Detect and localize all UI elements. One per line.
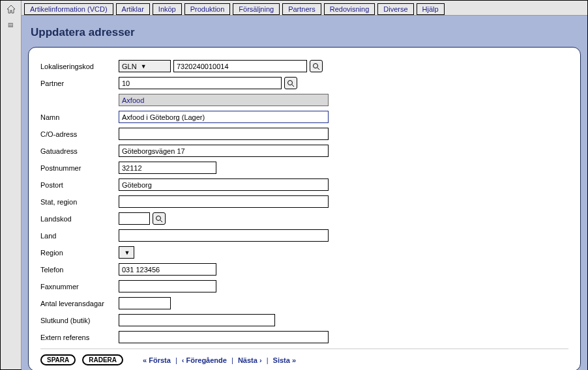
input-telefon[interactable] — [119, 263, 216, 276]
label-namn: Namn — [40, 113, 119, 121]
input-gatuadress[interactable] — [119, 145, 329, 157]
input-land[interactable] — [119, 229, 329, 242]
label-partner: Partner — [40, 79, 119, 87]
top-menu: Artikelinformation (VCD) Artiklar Inköp … — [22, 1, 587, 16]
label-antal-leveransdagar: Antal leveransdagar — [40, 300, 119, 307]
nav-prev[interactable]: ‹ Föregående — [182, 356, 227, 364]
chevron-down-icon: ▼ — [125, 249, 130, 256]
menu-inkop[interactable]: Inköp — [153, 3, 182, 15]
page-title: Uppdatera adresser — [31, 26, 581, 39]
menu-partners[interactable]: Partners — [282, 3, 321, 15]
menu-artiklar[interactable]: Artiklar — [116, 3, 150, 15]
form-footer: SPARA RADERA « Första | ‹ Föregående | N… — [40, 349, 568, 365]
input-lokaliseringskod[interactable] — [173, 60, 307, 72]
search-icon — [312, 63, 320, 70]
input-faxnummer[interactable] — [119, 280, 216, 292]
svg-point-2 — [288, 80, 293, 85]
nav-last[interactable]: Sista » — [273, 356, 296, 364]
label-gatuadress: Gatuadress — [40, 147, 119, 155]
label-stat-region: Stat, region — [40, 198, 119, 206]
label-telefon: Telefon — [40, 266, 119, 274]
input-slutkund[interactable] — [119, 314, 275, 326]
nav-next[interactable]: Nästa › — [238, 356, 262, 364]
label-faxnummer: Faxnummer — [40, 283, 119, 291]
delete-button[interactable]: RADERA — [82, 354, 123, 365]
save-button[interactable]: SPARA — [40, 354, 76, 365]
input-antal-leveransdagar[interactable] — [119, 297, 171, 309]
nav-first[interactable]: « Första — [143, 356, 171, 364]
label-postort: Postort — [40, 181, 119, 189]
record-nav: « Första | ‹ Föregående | Nästa › | Sist… — [143, 356, 296, 364]
input-landskod[interactable] — [119, 212, 150, 225]
label-landskod: Landskod — [40, 215, 119, 223]
menu-hjalp[interactable]: Hjälp — [417, 3, 445, 15]
svg-line-5 — [160, 220, 162, 222]
search-icon — [155, 215, 163, 223]
form-panel: Lokaliseringskod GLN ▼ — [28, 47, 581, 370]
input-postort[interactable] — [119, 178, 329, 191]
lookup-lokaliseringskod[interactable] — [310, 60, 323, 72]
select-region[interactable]: ▼ — [119, 246, 134, 259]
input-co-adress[interactable] — [119, 128, 329, 140]
select-lokaliseringskod[interactable]: GLN ▼ — [119, 60, 171, 72]
label-region: Region — [40, 249, 119, 257]
menu-artikelinformation[interactable]: Artikelinformation (VCD) — [24, 3, 113, 15]
input-extern-referens[interactable] — [119, 331, 329, 343]
menu-diverse[interactable]: Diverse — [377, 3, 413, 15]
lookup-partner[interactable] — [284, 77, 297, 89]
menu-forsaljning[interactable]: Försäljning — [233, 3, 280, 15]
svg-line-3 — [292, 85, 294, 87]
home-icon[interactable] — [5, 3, 17, 15]
menu-redovisning[interactable]: Redovisning — [324, 3, 375, 15]
chevron-down-icon: ▼ — [141, 63, 147, 70]
label-co-adress: C/O-adress — [40, 130, 119, 138]
menu-icon[interactable]: ▤ — [5, 19, 17, 31]
svg-point-4 — [156, 216, 161, 220]
label-extern-referens: Extern referens — [40, 334, 119, 341]
svg-point-0 — [314, 63, 318, 68]
display-partner-name: Axfood — [119, 94, 329, 106]
input-stat-region[interactable] — [119, 195, 329, 208]
input-postnummer[interactable] — [119, 162, 216, 174]
label-lokaliseringskod: Lokaliseringskod — [40, 63, 119, 70]
input-namn[interactable] — [119, 111, 329, 123]
input-partner[interactable] — [119, 77, 282, 89]
menu-produktion[interactable]: Produktion — [184, 3, 231, 15]
label-slutkund: Slutkund (butik) — [40, 317, 119, 324]
svg-line-1 — [317, 68, 319, 70]
label-postnummer: Postnummer — [40, 164, 119, 172]
label-land: Land — [40, 232, 119, 240]
search-icon — [287, 79, 295, 87]
lookup-landskod[interactable] — [153, 212, 166, 225]
left-sidebar: ▤ — [1, 1, 22, 369]
